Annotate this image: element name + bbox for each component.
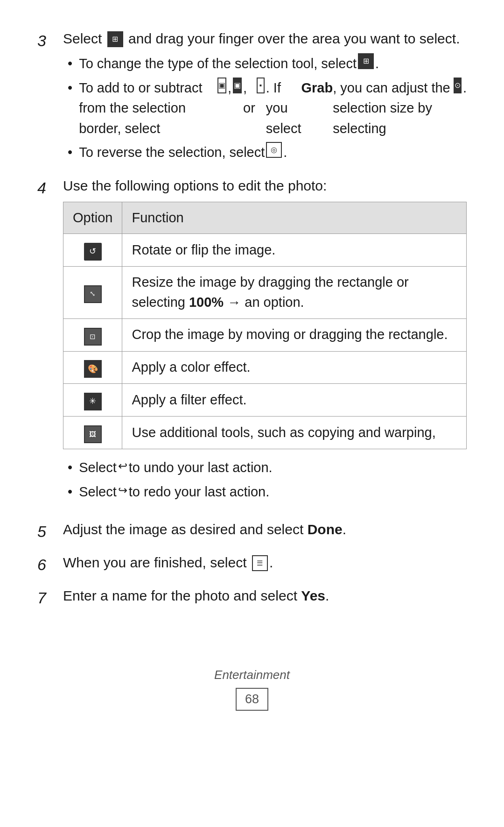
step-4: 4 Use the following options to edit the …: [37, 175, 467, 511]
table-row: ⊡ Crop the image by moving or dragging t…: [63, 318, 467, 351]
step-number-6: 6: [37, 553, 63, 577]
step-5-text: Adjust the image as desired and select D…: [63, 519, 467, 540]
step-number-5: 5: [37, 520, 63, 544]
reverse-icon: ◎: [266, 142, 282, 158]
step-5: 5 Adjust the image as desired and select…: [37, 519, 467, 544]
table-cell-icon-tools: 🖼: [63, 416, 122, 449]
table-row: ✳ Apply a filter effect.: [63, 384, 467, 417]
table-cell-resize-function: Resize the image by dragging the rectang…: [122, 266, 467, 318]
table-row: 🎨 Apply a color effect.: [63, 351, 467, 384]
step-4-text: Use the following options to edit the ph…: [63, 175, 467, 196]
bullet-3-3: To reverse the selection, select ◎.: [68, 142, 467, 163]
menu-icon: ☰: [252, 555, 268, 571]
step-number-7: 7: [37, 586, 63, 610]
bullet-undo: Select ↩ to undo your last action.: [68, 458, 467, 478]
table-row: ⤡ Resize the image by dragging the recta…: [63, 266, 467, 318]
step-3-content: Select ⊞ and drag your finger over the a…: [63, 28, 467, 167]
table-row: 🖼 Use additional tools, such as copying …: [63, 416, 467, 449]
bullet-redo: Select ↪ to redo your last action.: [68, 482, 467, 502]
resize-icon: ⤡: [84, 285, 102, 303]
footer: Entertainment 68: [37, 666, 467, 711]
footer-page: 68: [236, 688, 268, 711]
step-4-bottom-bullets: Select ↩ to undo your last action. Selec…: [63, 458, 467, 502]
undo-icon: ↩: [118, 458, 127, 474]
filter-icon: ✳: [84, 393, 102, 410]
options-table: Option Function ↺ Rotate or flip the ima…: [63, 202, 467, 450]
step-number-4: 4: [37, 176, 63, 200]
select-icon: ⊞: [107, 31, 123, 47]
add-border-icon1: ▣: [217, 78, 226, 93]
color-icon: 🎨: [84, 360, 102, 378]
step-3: 3 Select ⊞ and drag your finger over the…: [37, 28, 467, 167]
step-3-bullets: To change the type of the selection tool…: [63, 54, 467, 163]
table-cell-icon-resize: ⤡: [63, 266, 122, 318]
table-cell-icon-rotate: ↺: [63, 234, 122, 267]
table-cell-tools-function: Use additional tools, such as copying an…: [122, 416, 467, 449]
table-cell-icon-filter: ✳: [63, 384, 122, 417]
bullet-3-1: To change the type of the selection tool…: [68, 54, 467, 74]
rotate-icon: ↺: [84, 243, 102, 261]
footer-label: Entertainment: [37, 666, 467, 684]
table-header-option: Option: [63, 202, 122, 234]
add-border-icon3: ▪: [257, 78, 265, 93]
step-6: 6 When you are finished, select ☰.: [37, 552, 467, 577]
table-cell-rotate-function: Rotate or flip the image.: [122, 234, 467, 267]
step-7: 7 Enter a name for the photo and select …: [37, 585, 467, 610]
table-cell-filter-function: Apply a filter effect.: [122, 384, 467, 417]
step-6-text: When you are finished, select ☰.: [63, 552, 467, 573]
step-6-content: When you are finished, select ☰.: [63, 552, 467, 573]
bullet-3-2: To add to or subtract from the selection…: [68, 78, 467, 139]
step-4-content: Use the following options to edit the ph…: [63, 175, 467, 511]
step-7-content: Enter a name for the photo and select Ye…: [63, 585, 467, 606]
table-cell-icon-color: 🎨: [63, 351, 122, 384]
table-row: ↺ Rotate or flip the image.: [63, 234, 467, 267]
grab-icon: ⊙: [454, 78, 462, 93]
step-number-3: 3: [37, 29, 63, 53]
redo-icon: ↪: [118, 482, 127, 499]
tools-icon: 🖼: [84, 425, 102, 443]
step-3-text: Select ⊞ and drag your finger over the a…: [63, 28, 467, 49]
table-cell-icon-crop: ⊡: [63, 318, 122, 351]
crop-icon: ⊡: [84, 328, 102, 346]
table-header-function: Function: [122, 202, 467, 234]
step-5-content: Adjust the image as desired and select D…: [63, 519, 467, 540]
table-cell-color-function: Apply a color effect.: [122, 351, 467, 384]
selection-type-icon: ⊞: [358, 53, 374, 69]
table-cell-crop-function: Crop the image by moving or dragging the…: [122, 318, 467, 351]
step-7-text: Enter a name for the photo and select Ye…: [63, 585, 467, 606]
add-border-icon2: ▣: [233, 78, 242, 93]
